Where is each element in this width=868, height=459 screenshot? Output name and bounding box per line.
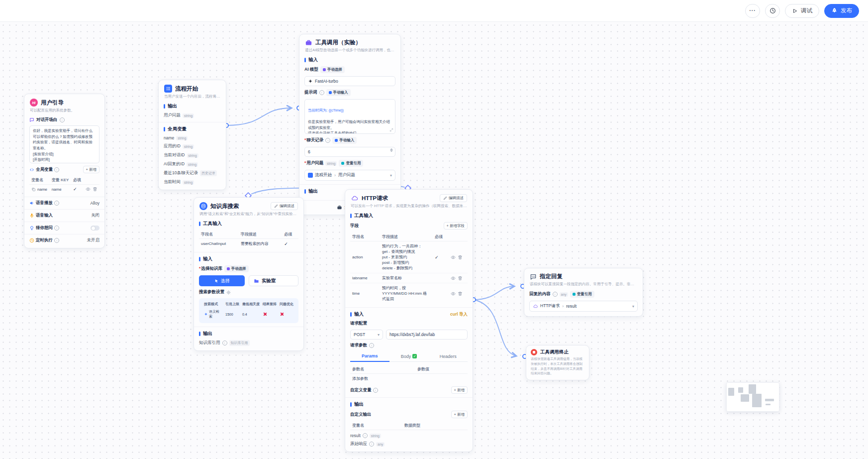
prompt-rest: 你是实验室助手，用户可能会询问实验室相关介绍或预约实验室。 请选择合适的工具去帮… (308, 119, 390, 134)
eye-icon[interactable] (451, 255, 456, 260)
tab-body[interactable]: Body✓ (389, 351, 429, 361)
chevron-down-icon: ▾ (390, 173, 392, 178)
braces-icon (29, 167, 34, 172)
chevron-right-icon: › (562, 304, 564, 309)
manual-select-badge: 手动选择 (320, 66, 345, 73)
debug-button[interactable]: 调试 (785, 4, 819, 18)
method-select[interactable]: POST ▾ (350, 330, 383, 340)
info-icon: i (553, 292, 558, 297)
add-param-placeholder[interactable]: 添加参数 (350, 374, 415, 384)
manual-input-badge: 手动输入 (326, 89, 351, 96)
info-icon: i (60, 117, 65, 122)
gear-icon[interactable] (226, 290, 231, 295)
col-search-mode: 搜索模式 (202, 301, 224, 308)
tts-label: 语音播放 (36, 200, 53, 206)
col-var-name: 变量名 (29, 176, 50, 185)
number-stepper[interactable] (390, 148, 393, 152)
node-title: 工具调用终止 (540, 349, 569, 355)
node-tool-call[interactable]: 工具调用（实验） 通过AI模型自动选择一个或多个功能块进行调用，也可以对插件进行… (299, 34, 401, 215)
kb-choose-button[interactable]: 选择 (199, 275, 245, 286)
col-field-desc: 字段描述 (380, 232, 433, 241)
folder-icon (254, 278, 259, 284)
node-user-guide[interactable]: Hi 用户引导 可以配置应用的系统参数。 对话开场白 i 你好，我是实验室助手，… (24, 94, 105, 248)
trash-icon[interactable] (458, 291, 463, 296)
manual-select-badge: 手动选择 (224, 265, 249, 272)
history-count-value: 6 (308, 149, 310, 154)
edit-description-button[interactable]: 编辑描述 (271, 202, 298, 210)
node-reply[interactable]: 指定回复 该模块可以直接回复一段指定的内容。常用于引导、提示。非字符串内容传入时… (524, 268, 643, 317)
type-tag: any (560, 292, 568, 297)
speaker-icon (29, 201, 34, 206)
tool-input-section-label: 工具输入 (350, 213, 468, 219)
node-flow-start[interactable]: 流程开始 当用户发送一个内容后，流程将会从这个模块开始执行。 输出 用户问题 s… (158, 80, 226, 190)
trash-icon[interactable] (458, 276, 463, 281)
info-icon: i (369, 442, 374, 447)
type-tag: string (183, 114, 194, 118)
col-query-opt: 问题优化 (278, 301, 295, 308)
search-params-table: 搜索模式 引用上限 最低相关度 结果重排 问题优化 语义检索 1500 0.4 (199, 298, 298, 323)
kb-search-icon (199, 202, 207, 210)
node-tool-stop[interactable]: 工具调用终止 该模块需跟着工具调用使用，当该模块被执行时，本次工具调用将会强制结… (526, 345, 589, 380)
url-input[interactable]: https://dxbs7j.laf.dev/lab (386, 330, 468, 340)
add-variable-button[interactable]: +新增 (83, 166, 99, 173)
trash-icon[interactable] (458, 255, 463, 260)
history-button[interactable] (765, 4, 780, 18)
tts-value[interactable]: Alloy (91, 201, 99, 206)
guess-ask-toggle[interactable] (91, 226, 99, 230)
type-tag: string (325, 161, 337, 166)
curl-import-link[interactable]: curl 导入 (450, 312, 468, 318)
expand-icon[interactable] (389, 128, 393, 132)
info-icon: i (325, 138, 330, 143)
copy-icon[interactable] (31, 187, 36, 192)
minimap[interactable] (726, 382, 779, 412)
http-cloud-icon (533, 304, 538, 309)
tab-params[interactable]: Params (350, 351, 389, 362)
global-var: name (164, 135, 174, 140)
input-section-label: 输入 (304, 57, 395, 63)
type-tag: string (187, 153, 198, 158)
global-var: 当前对话ID (164, 152, 185, 158)
more-button[interactable]: ··· (745, 4, 760, 18)
pointer-icon (214, 279, 219, 283)
x-icon (263, 312, 267, 316)
question-ref-select[interactable]: 流程开始 › 用户问题 ▾ (304, 170, 395, 181)
trash-icon[interactable] (93, 187, 97, 192)
method-value: POST (354, 332, 365, 337)
node-subtitle: 调用“语义检索”和“全文检索”能力，从“知识库”中查找实验室介绍和使用规则等内容… (194, 212, 303, 219)
tool-input-table: 字段名 字段描述 必须 userChatInput 需要检索的内容 ✓ (199, 230, 298, 248)
schedule-value[interactable]: 未开启 (87, 237, 100, 243)
plus-icon: + (454, 412, 456, 417)
add-field-button[interactable]: +新增字段 (444, 222, 468, 230)
node-title: 用户引导 (41, 99, 64, 107)
model-select[interactable]: FastAI-turbo (304, 76, 395, 86)
ref-parent: HTTP请求 (540, 303, 560, 309)
voice-input-value[interactable]: 关闭 (91, 213, 99, 219)
add-custom-output-button[interactable]: +新增 (451, 411, 468, 418)
output-name: 用户问题 (164, 113, 181, 118)
global-var-table: 变量名 变量 KEY 必填 name name ✓ (29, 176, 99, 194)
eye-icon[interactable] (451, 276, 456, 281)
kb-dataset-card[interactable]: 实验室 (249, 275, 298, 286)
request-params-label: 请求参数 (350, 343, 367, 348)
clock-icon (770, 7, 776, 14)
node-http-request[interactable]: HTTP请求 编辑描述 可以发出一个 HTTP 请求，实现更为复杂的操作（联网搜… (345, 189, 473, 452)
global-var: 最近10条聊天记录 (164, 170, 198, 176)
reply-ref-select[interactable]: HTTP请求 › result ▾ (529, 301, 638, 312)
history-count-input[interactable]: 6 (304, 147, 395, 157)
edit-description-button[interactable]: 编辑描述 (440, 194, 467, 202)
add-custom-var-button[interactable]: +新增 (451, 386, 468, 394)
minimap-node (728, 388, 734, 396)
opening-textarea[interactable]: 你好，我是实验室助手，请问有什么可以帮助你的么？如需预约或修改预约实验室，请提供… (29, 125, 99, 163)
node-kb-search[interactable]: 知识库搜索 编辑描述 调用“语义检索”和“全文检索”能力，从“知识库”中查找实验… (193, 197, 304, 351)
node-title: 工具调用（实验） (315, 39, 361, 46)
minimap-node (766, 404, 771, 405)
eye-icon[interactable] (451, 291, 456, 296)
publish-button[interactable]: 发布 (824, 4, 859, 18)
prompt-textarea[interactable]: 当前时间为: {{cTime}} 你是实验室助手，用户可能会询问实验室相关介绍或… (304, 99, 395, 134)
table-row: userChatInput 需要检索的内容 ✓ (199, 239, 298, 249)
tab-headers[interactable]: Headers (428, 351, 468, 361)
eye-icon[interactable] (86, 187, 91, 192)
manual-input-badge: 手动输入 (332, 137, 357, 144)
info-icon: i (54, 238, 59, 243)
tool-call-icon (305, 39, 312, 46)
